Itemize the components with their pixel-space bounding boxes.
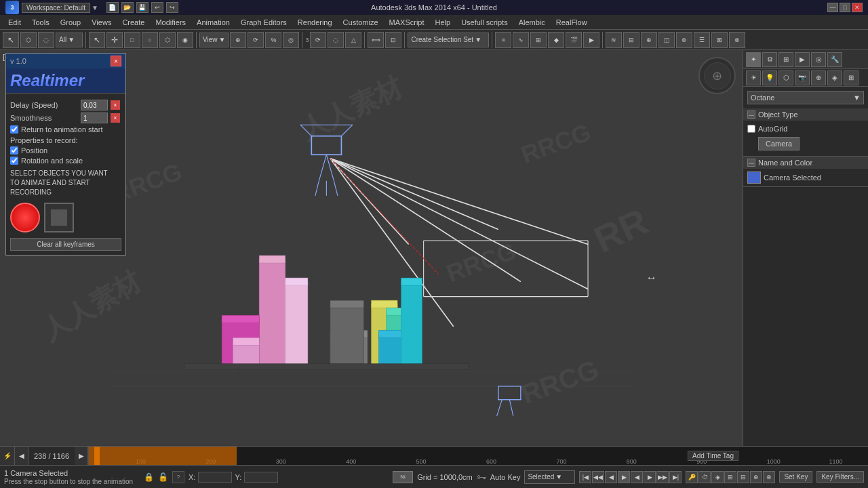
select-rect[interactable]: □ bbox=[124, 32, 140, 48]
smoothness-input[interactable] bbox=[81, 113, 108, 123]
anim-btn3[interactable]: △ bbox=[345, 32, 361, 48]
key-mode[interactable]: 🔑 bbox=[686, 471, 698, 483]
autokey-dropdown[interactable]: Selected▼ bbox=[524, 470, 575, 484]
minimize-button[interactable]: — bbox=[827, 3, 838, 12]
name-color-header[interactable]: — Name and Color bbox=[743, 157, 868, 169]
rotation-checkbox[interactable] bbox=[10, 157, 18, 165]
menu-tools[interactable]: Tools bbox=[26, 15, 55, 29]
collapse-object-type[interactable]: — bbox=[747, 110, 755, 119]
extra-ctrl5[interactable]: ⊗ bbox=[763, 471, 775, 483]
menu-rendering[interactable]: Rendering bbox=[292, 15, 338, 29]
position-checkbox[interactable] bbox=[10, 146, 18, 155]
menu-views[interactable]: Views bbox=[86, 15, 117, 29]
extra-ctrl2[interactable]: ⊞ bbox=[724, 471, 736, 483]
cam-icon[interactable]: 📷 bbox=[795, 70, 810, 85]
select-lasso[interactable]: ◌ bbox=[38, 32, 54, 48]
key-lock-icon[interactable]: 🗝 bbox=[477, 472, 486, 483]
select-move[interactable]: ✛ bbox=[106, 32, 123, 48]
menu-useful-scripts[interactable]: Usefull scripts bbox=[456, 15, 513, 29]
anim-next-key[interactable]: ▶▶ bbox=[656, 471, 669, 483]
space-icon[interactable]: ◈ bbox=[827, 70, 842, 85]
anim-prev-frame[interactable]: ◀ bbox=[605, 471, 617, 483]
menu-graph-editors[interactable]: Graph Editors bbox=[235, 15, 292, 29]
anim-prev-key[interactable]: ◀◀ bbox=[592, 471, 604, 483]
anim-first-frame[interactable]: |◀ bbox=[579, 471, 591, 483]
extra-btn3[interactable]: ⊕ bbox=[641, 32, 657, 48]
schematic[interactable]: ⊞ bbox=[530, 32, 547, 48]
layer-mgr[interactable]: ≡ bbox=[495, 32, 511, 48]
menu-realflow[interactable]: RealFlow bbox=[551, 15, 593, 29]
utilities-panel-icon[interactable]: 🔧 bbox=[827, 52, 842, 67]
menu-help[interactable]: Help bbox=[430, 15, 456, 29]
delay-input[interactable] bbox=[81, 100, 108, 110]
timeline-next-frame[interactable]: ▶ bbox=[75, 447, 88, 466]
angle-snap[interactable]: ⟳ bbox=[248, 32, 264, 48]
hierarchy-panel-icon[interactable]: ⊞ bbox=[778, 52, 793, 67]
camera-button[interactable]: Camera bbox=[758, 137, 800, 150]
timeline-prev-frame[interactable]: ◀ bbox=[15, 447, 28, 466]
timeline-track[interactable]: 100 200 300 400 500 600 700 800 900 1000… bbox=[88, 447, 868, 465]
key-filters-button[interactable]: Key Filters... bbox=[816, 471, 864, 483]
return-checkbox[interactable] bbox=[10, 125, 18, 134]
extra-ctrl1[interactable]: ◈ bbox=[711, 471, 724, 483]
extra-btn4[interactable]: ◫ bbox=[658, 32, 675, 48]
extra-btn2[interactable]: ⊟ bbox=[623, 32, 639, 48]
percent-snap[interactable]: % bbox=[265, 32, 281, 48]
realtimer-close-button[interactable]: × bbox=[111, 56, 121, 66]
extra-btn5[interactable]: ⊛ bbox=[676, 32, 692, 48]
display-panel-icon[interactable]: ◎ bbox=[811, 52, 826, 67]
extra-ctrl3[interactable]: ⊟ bbox=[737, 471, 749, 483]
material-editor[interactable]: ◆ bbox=[548, 32, 564, 48]
menu-customize[interactable]: Customize bbox=[338, 15, 384, 29]
toolbar-open[interactable]: 📂 bbox=[121, 2, 134, 13]
toolbar-redo[interactable]: ↪ bbox=[166, 2, 178, 13]
toolbar-undo[interactable]: ↩ bbox=[151, 2, 163, 13]
close-button[interactable]: ✕ bbox=[852, 3, 863, 12]
menu-group[interactable]: Group bbox=[55, 15, 87, 29]
anim-next-frame[interactable]: ▶ bbox=[644, 471, 656, 483]
extra-btn1[interactable]: ≋ bbox=[606, 32, 622, 48]
y-input[interactable] bbox=[244, 472, 278, 483]
delay-reset-button[interactable]: × bbox=[111, 100, 120, 110]
prompt-icon[interactable]: ? bbox=[172, 471, 184, 483]
view-dropdown[interactable]: View▼ bbox=[199, 33, 229, 47]
menu-animation[interactable]: Animation bbox=[191, 15, 235, 29]
geo-icon[interactable]: ⬡ bbox=[778, 70, 793, 85]
select-fence[interactable]: ⬡ bbox=[159, 32, 176, 48]
create-selection-dropdown[interactable]: Create Selection Set▼ bbox=[408, 33, 489, 47]
light-icon[interactable]: 💡 bbox=[762, 70, 777, 85]
menu-maxscript[interactable]: MAXScript bbox=[384, 15, 430, 29]
smoothness-reset-button[interactable]: × bbox=[111, 113, 120, 123]
select-tool[interactable]: ↖ bbox=[3, 32, 19, 48]
record-button[interactable] bbox=[10, 203, 40, 232]
spinner-snap[interactable]: ◎ bbox=[283, 32, 299, 48]
anim-play-fwd[interactable]: ▶ bbox=[618, 471, 630, 483]
anim-btn2[interactable]: ◌ bbox=[328, 32, 344, 48]
add-time-tag-button[interactable]: Add Time Tag bbox=[688, 451, 738, 461]
set-key-button[interactable]: Set Key bbox=[779, 471, 812, 483]
stop-button[interactable] bbox=[44, 203, 74, 232]
helper-icon[interactable]: ⊕ bbox=[811, 70, 826, 85]
workspace-dropdown[interactable]: Workspace: Default ▼ bbox=[22, 3, 98, 13]
snap-toggle[interactable]: ⊕ bbox=[230, 32, 246, 48]
select-lasso2[interactable]: ◉ bbox=[177, 32, 193, 48]
menu-alembic[interactable]: Alembic bbox=[513, 15, 551, 29]
select-region-tool[interactable]: ⬡ bbox=[20, 32, 37, 48]
x-input[interactable] bbox=[198, 472, 232, 483]
octane-dropdown[interactable]: Octane ▼ bbox=[747, 91, 864, 104]
menu-modifiers[interactable]: Modifiers bbox=[150, 15, 191, 29]
extra-btn7[interactable]: ⊠ bbox=[711, 32, 728, 48]
render-setup[interactable]: 🎬 bbox=[566, 32, 582, 48]
motion-panel-icon[interactable]: ▶ bbox=[795, 52, 810, 67]
curve-editor[interactable]: ∿ bbox=[513, 32, 529, 48]
extra-btn8[interactable]: ⊗ bbox=[729, 32, 745, 48]
toolbar-save[interactable]: 💾 bbox=[136, 2, 149, 13]
select-button[interactable]: ↖ bbox=[89, 32, 105, 48]
toolbar-new[interactable]: 📄 bbox=[106, 2, 119, 13]
render-frame[interactable]: ▶ bbox=[583, 32, 599, 48]
lock-icon[interactable]: 🔒 bbox=[144, 472, 154, 482]
object-color-swatch[interactable] bbox=[747, 171, 761, 184]
maximize-button[interactable]: □ bbox=[840, 3, 850, 12]
create-panel-icon[interactable]: ✦ bbox=[746, 52, 761, 67]
autogrid-checkbox[interactable] bbox=[747, 125, 755, 133]
